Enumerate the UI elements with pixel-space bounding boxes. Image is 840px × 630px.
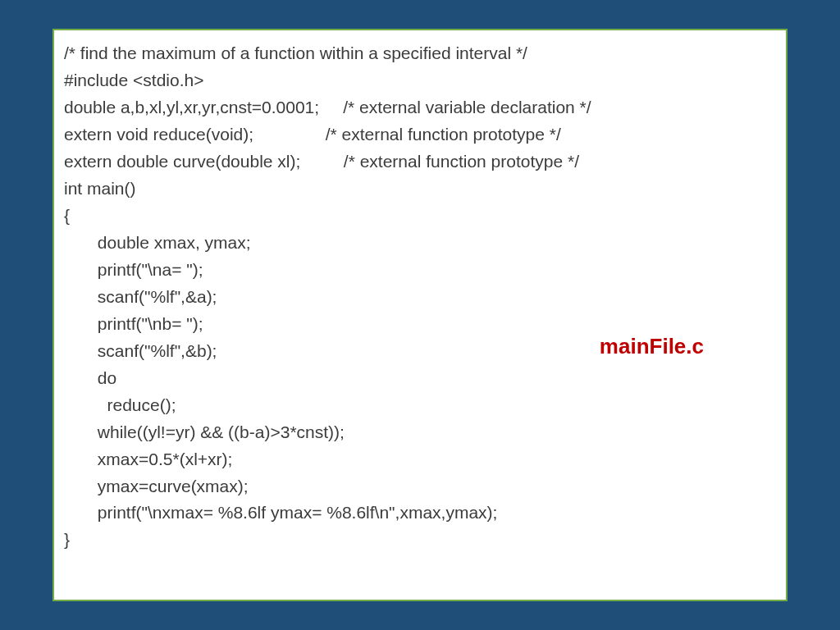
code-block: /* find the maximum of a function within… — [64, 40, 776, 554]
filename-label: mainFile.c — [600, 334, 704, 359]
code-panel: /* find the maximum of a function within… — [52, 29, 788, 601]
